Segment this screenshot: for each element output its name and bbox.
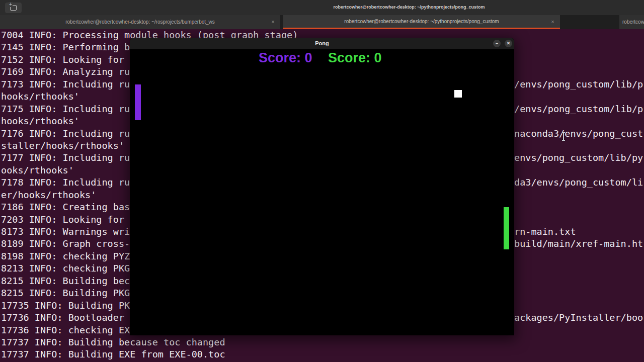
terminal-text-right: /envs/pong_custom/lib/p [514,78,643,90]
terminal-text-left: hooks/rthooks' [1,116,79,126]
terminal-text-left: 7186 INFO: Creating bas [1,202,130,212]
terminal-text-left: 8215 INFO: Building bec [1,276,130,286]
terminal-line: 17737 INFO: Building EXE from EXE-00.toc [1,348,644,360]
terminal-text-right: rn-main.txt [514,226,576,238]
terminal-text-right: envs/pong_custom/lib/py [514,152,643,164]
terminal-text-left: 7176 INFO: Including ru [1,128,130,139]
terminal-text-left: 8173 INFO: Warnings wri [1,226,130,237]
terminal-text-left: 17737 INFO: Building because toc changed [1,337,225,347]
terminal-text-right: build/main/xref-main.ht [514,238,643,250]
close-button[interactable]: ✕ [505,40,512,47]
mouse-ibeam-cursor [561,132,566,141]
tab-label: robertcowher@robertcowher-desktop: ~/ros… [0,15,280,29]
terminal-text-left: 17736 INFO: Bootloader [1,312,130,323]
terminal-text-left: 8198 INFO: checking PYZ [1,251,130,261]
terminal-text-left: staller/hooks/rthooks' [1,140,124,151]
terminal-text-right: ackages/PyInstaller/boo [514,312,643,324]
window-title: robertcowher@robertcowher-desktop: ~/pyt… [333,5,485,10]
terminal-text-left: 8215 INFO: Building PKG [1,288,130,298]
terminal-text-left: 7177 INFO: Including ru [1,152,130,163]
terminal-text-right: naconda3/envs/pong_cust [514,128,643,140]
tab-partial[interactable]: robertcow [619,15,644,29]
terminal-text-left: er/hooks/rthooks' [1,190,96,200]
ball [454,90,462,98]
right-paddle [504,207,509,249]
left-score-label: Score: 0 [259,50,312,66]
terminal-text-left: 7203 INFO: Looking for [1,214,130,225]
terminal-text-left: 7169 INFO: Analyzing ru [1,66,130,77]
pong-title-bar[interactable]: Pong – ✕ [130,38,514,49]
terminal-text-right: /envs/pong_custom/lib/p [514,103,643,115]
terminal-text-left: 8213 INFO: checking PKG [1,263,130,274]
tab-close-icon[interactable]: × [270,19,276,25]
pong-window-title: Pong [315,40,329,46]
left-paddle [135,84,141,120]
tab-label: robertcow [619,15,644,29]
minimize-icon: – [496,41,498,46]
terminal-text-left: 7173 INFO: Including ru [1,79,130,89]
tab-bumperbot-ws[interactable]: robertcowher@robertcowher-desktop: ~/ros… [0,15,280,29]
tab-close-icon[interactable]: × [549,19,556,25]
terminal-text-left: ooks/rthooks' [1,165,74,175]
terminal-text-left: 17736 INFO: checking EX [1,325,130,335]
tab-label: robertcowher@robertcowher-desktop: ~/pyt… [283,15,560,28]
new-tab-button[interactable] [5,3,22,13]
minimize-button[interactable]: – [493,40,501,47]
terminal-text-left: 7178 INFO: Including ru [1,177,130,188]
close-icon: ✕ [507,41,511,46]
tab-pong-custom-active[interactable]: robertcowher@robertcowher-desktop: ~/pyt… [283,15,560,29]
terminal-text-left: 7145 INFO: Performing b [1,42,130,52]
terminal-line: 17737 INFO: Building because toc changed [1,336,644,348]
terminal-text-left: 7175 INFO: Including ru [1,104,130,114]
terminal-text-left: hooks/rthooks' [1,91,79,102]
terminal-header-bar: robertcowher@robertcowher-desktop: ~/pyt… [0,0,644,15]
terminal-text-right: da3/envs/pong_custom/li [514,176,643,189]
terminal-text-left: 17737 INFO: Building EXE from EXE-00.toc [1,349,225,359]
pong-window: Pong – ✕ Score: 0 Score: 0 [130,38,514,335]
terminal-text-left: 7152 INFO: Looking for [1,54,130,65]
terminal-text-left: 17735 INFO: Building PK [1,300,130,311]
terminal-text-left: 8189 INFO: Graph cross- [1,238,130,249]
pong-game-canvas[interactable]: Score: 0 Score: 0 [130,49,514,335]
tab-bar: robertcowher@robertcowher-desktop: ~/ros… [0,15,644,29]
new-tab-icon [10,5,17,11]
right-score-label: Score: 0 [328,50,382,66]
